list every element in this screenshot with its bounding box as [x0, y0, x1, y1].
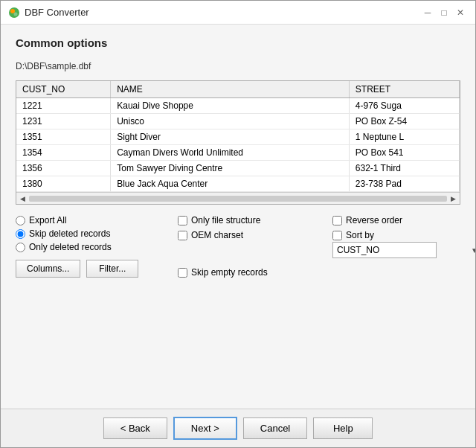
table-cell-cust_no: 1354	[16, 145, 111, 161]
scroll-thumb[interactable]	[29, 196, 447, 202]
table-row[interactable]: 1354Cayman Divers World UnlimitedPO Box …	[16, 145, 460, 161]
options-area: Export All Skip deleted records Only del…	[16, 215, 460, 278]
table-cell-name: Cayman Divers World Unlimited	[111, 145, 350, 161]
file-path: D:\DBF\sample.dbf	[16, 61, 460, 71]
svg-point-2	[14, 12, 18, 16]
reverse-order-option[interactable]: Reverse order	[332, 215, 475, 225]
col-header-street: STREET	[349, 81, 459, 98]
table-cell-street: 4-976 Suga	[349, 98, 459, 114]
skip-deleted-radio[interactable]	[16, 229, 25, 239]
filter-button[interactable]: Filter...	[86, 260, 138, 278]
sort-options-col: Reverse order Sort by CUST_NO ▼	[332, 215, 475, 278]
columns-button[interactable]: Columns...	[16, 260, 80, 278]
data-table: CUST_NO NAME STREET 1221Kauai Dive Shopp…	[16, 81, 460, 192]
table-cell-cust_no: 1380	[16, 176, 111, 192]
table-cell-cust_no: 1221	[16, 98, 111, 114]
table-cell-name: Tom Sawyer Diving Centre	[111, 161, 350, 176]
action-buttons: Columns... Filter...	[16, 260, 172, 278]
table-cell-street: PO Box Z-54	[349, 114, 459, 129]
skip-empty-label: Skip empty records	[191, 267, 268, 278]
title-bar-controls: ─ □ ✕	[420, 5, 468, 20]
table-cell-street: 1 Neptune L	[349, 129, 459, 145]
maximize-button[interactable]: □	[437, 5, 451, 20]
next-button[interactable]: Next >	[173, 417, 237, 440]
export-radio-group: Export All Skip deleted records Only del…	[16, 215, 172, 252]
file-options-col: Only file structure OEM charset Skip emp…	[178, 215, 327, 278]
sort-by-label: Sort by	[346, 230, 374, 240]
chevron-down-icon: ▼	[471, 246, 475, 255]
skip-empty-option[interactable]: Skip empty records	[178, 267, 327, 278]
data-table-container: CUST_NO NAME STREET 1221Kauai Dive Shopp…	[16, 80, 460, 205]
table-cell-cust_no: 1351	[16, 129, 111, 145]
export-all-radio[interactable]	[16, 216, 25, 225]
skip-deleted-label: Skip deleted records	[29, 228, 110, 239]
table-row[interactable]: 1221Kauai Dive Shoppe4-976 Suga	[16, 98, 460, 114]
table-cell-name: Kauai Dive Shoppe	[111, 98, 350, 114]
sort-by-group: Sort by CUST_NO ▼	[332, 230, 475, 258]
table-cell-cust_no: 1231	[16, 114, 111, 129]
skip-deleted-option[interactable]: Skip deleted records	[16, 228, 172, 239]
only-deleted-label: Only deleted records	[29, 242, 112, 252]
svg-point-1	[10, 9, 15, 13]
only-file-structure-checkbox[interactable]	[178, 216, 187, 225]
oem-charset-option[interactable]: OEM charset	[178, 230, 327, 240]
oem-charset-checkbox[interactable]	[178, 231, 187, 240]
horizontal-scrollbar[interactable]: ◀ ▶	[16, 192, 460, 204]
table-cell-cust_no: 1356	[16, 161, 111, 176]
footer: < Back Next > Cancel Help	[1, 409, 475, 447]
scroll-left-arrow[interactable]: ◀	[18, 195, 28, 202]
reverse-order-checkbox[interactable]	[332, 216, 342, 225]
app-icon	[8, 7, 20, 19]
main-window: DBF Converter ─ □ ✕ Common options D:\DB…	[0, 0, 476, 448]
minimize-button[interactable]: ─	[420, 5, 435, 20]
page-title: Common options	[16, 36, 460, 49]
table-cell-name: Unisco	[111, 114, 350, 129]
sort-by-select[interactable]: CUST_NO	[332, 242, 437, 258]
sort-by-checkbox[interactable]	[332, 231, 342, 240]
table-cell-street: PO Box 541	[349, 145, 459, 161]
only-deleted-option[interactable]: Only deleted records	[16, 242, 172, 252]
table-row[interactable]: 1380Blue Jack Aqua Center23-738 Pad	[16, 176, 460, 192]
help-button[interactable]: Help	[313, 417, 373, 439]
only-file-structure-option[interactable]: Only file structure	[178, 215, 327, 225]
table-row[interactable]: 1356Tom Sawyer Diving Centre632-1 Third	[16, 161, 460, 176]
table-row[interactable]: 1351Sight Diver1 Neptune L	[16, 129, 460, 145]
table-cell-street: 23-738 Pad	[349, 176, 459, 192]
only-deleted-radio[interactable]	[16, 243, 25, 252]
content-area: Common options D:\DBF\sample.dbf CUST_NO…	[1, 25, 475, 409]
only-file-structure-label: Only file structure	[191, 215, 260, 225]
table-scroll-wrapper[interactable]: CUST_NO NAME STREET 1221Kauai Dive Shopp…	[16, 81, 460, 192]
export-all-option[interactable]: Export All	[16, 215, 172, 225]
title-bar: DBF Converter ─ □ ✕	[1, 1, 475, 25]
sort-by-option[interactable]: Sort by	[332, 230, 475, 240]
table-cell-name: Blue Jack Aqua Center	[111, 176, 350, 192]
table-cell-street: 632-1 Third	[349, 161, 459, 176]
table-row[interactable]: 1231UniscoPO Box Z-54	[16, 114, 460, 129]
skip-empty-checkbox[interactable]	[178, 268, 187, 278]
cancel-button[interactable]: Cancel	[243, 417, 307, 439]
export-all-label: Export All	[29, 215, 67, 225]
scroll-right-arrow[interactable]: ▶	[448, 195, 458, 202]
table-cell-name: Sight Diver	[111, 129, 350, 145]
title-bar-left: DBF Converter	[8, 7, 89, 19]
window-title: DBF Converter	[25, 7, 89, 18]
oem-charset-label: OEM charset	[191, 230, 243, 240]
sort-select-container: CUST_NO ▼	[332, 242, 475, 258]
col-header-name: NAME	[111, 81, 350, 98]
close-button[interactable]: ✕	[453, 5, 468, 20]
export-options-col: Export All Skip deleted records Only del…	[16, 215, 172, 278]
col-header-cust-no: CUST_NO	[16, 81, 111, 98]
reverse-order-label: Reverse order	[346, 215, 402, 225]
back-button[interactable]: < Back	[103, 417, 167, 439]
